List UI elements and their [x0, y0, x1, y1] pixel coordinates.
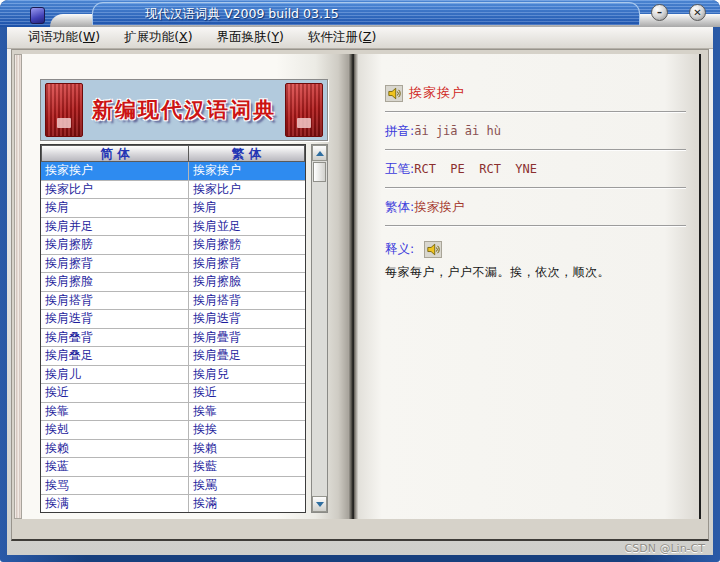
cell-simplified[interactable]: 挨肩叠背: [41, 329, 189, 347]
cell-simplified[interactable]: 挨蓝: [41, 458, 189, 476]
cell-simplified[interactable]: 挨赖: [41, 440, 189, 458]
table-row[interactable]: 挨骂挨罵: [41, 477, 305, 496]
arrow-down-icon: [316, 502, 324, 507]
watermark: CSDN @Lin-CT: [625, 542, 705, 555]
menu-bar: 词语功能(W) 扩展功能(X) 界面换肤(Y) 软件注册(Z): [7, 27, 713, 49]
cell-traditional[interactable]: 挨肩擦髈: [189, 236, 305, 254]
cell-simplified[interactable]: 挨肩搭背: [41, 292, 189, 310]
cell-simplified[interactable]: 挨肩: [41, 199, 189, 217]
table-row[interactable]: 挨肩擦膀挨肩擦髈: [41, 236, 305, 255]
table-row[interactable]: 挨满挨滿: [41, 495, 305, 513]
cell-traditional[interactable]: 挨藍: [189, 458, 305, 476]
wubi-value: RCT PE RCT YNE: [414, 162, 537, 176]
cell-traditional[interactable]: 挨家挨户: [189, 162, 305, 180]
red-book-image: [45, 83, 83, 137]
cell-traditional[interactable]: 挨肩: [189, 199, 305, 217]
table-row[interactable]: 挨近挨近: [41, 384, 305, 403]
traditional-value: 挨家挨户: [414, 199, 464, 216]
cell-traditional[interactable]: 挨近: [189, 384, 305, 402]
table-row[interactable]: 挨肩擦脸挨肩擦臉: [41, 273, 305, 292]
cell-traditional[interactable]: 挨靠: [189, 403, 305, 421]
book-spine: [348, 54, 358, 519]
cell-traditional[interactable]: 挨肩擦背: [189, 255, 305, 273]
cell-traditional[interactable]: 挨肩疊背: [189, 329, 305, 347]
app-icon[interactable]: [30, 7, 45, 24]
table-row[interactable]: 挨肩擦背挨肩擦背: [41, 255, 305, 274]
cell-simplified[interactable]: 挨家挨户: [41, 162, 189, 180]
app-window: 现代汉语词典 V2009 build 03.15 – ✕ 词语功能(W) 扩展功…: [0, 0, 720, 562]
cell-simplified[interactable]: 挨剋: [41, 421, 189, 439]
table-row[interactable]: 挨肩并足挨肩並足: [41, 218, 305, 237]
table-header: 简 体 繁 体: [41, 145, 305, 162]
scrollbar-thumb[interactable]: [313, 162, 326, 182]
cell-simplified[interactable]: 挨肩擦脸: [41, 273, 189, 291]
cell-simplified[interactable]: 挨肩儿: [41, 366, 189, 384]
table-row[interactable]: 挨剋挨挨: [41, 421, 305, 440]
cell-traditional[interactable]: 挨罵: [189, 477, 305, 495]
table-row[interactable]: 挨家挨户挨家挨户: [41, 162, 305, 181]
menu-item-word-functions[interactable]: 词语功能(W): [28, 29, 100, 46]
table-row[interactable]: 挨靠挨靠: [41, 403, 305, 422]
table-body: 挨家挨户挨家挨户挨家比户挨家比户挨肩挨肩挨肩并足挨肩並足挨肩擦膀挨肩擦髈挨肩擦背…: [41, 162, 305, 513]
cell-simplified[interactable]: 挨肩叠足: [41, 347, 189, 365]
cell-simplified[interactable]: 挨靠: [41, 403, 189, 421]
cell-traditional[interactable]: 挨肩搭背: [189, 292, 305, 310]
cell-traditional[interactable]: 挨肩並足: [189, 218, 305, 236]
cell-simplified[interactable]: 挨肩迭背: [41, 310, 189, 328]
word-table: 简 体 繁 体 挨家挨户挨家挨户挨家比户挨家比户挨肩挨肩挨肩并足挨肩並足挨肩擦膀…: [40, 144, 306, 513]
divider: [385, 149, 686, 151]
cell-simplified[interactable]: 挨肩擦膀: [41, 236, 189, 254]
minimize-button[interactable]: –: [651, 4, 668, 21]
scroll-down-button[interactable]: [312, 496, 327, 512]
table-row[interactable]: 挨赖挨賴: [41, 440, 305, 459]
table-row[interactable]: 挨肩儿挨肩兒: [41, 366, 305, 385]
cell-traditional[interactable]: 挨滿: [189, 495, 305, 513]
table-row[interactable]: 挨肩迭背挨肩迭背: [41, 310, 305, 329]
cell-traditional[interactable]: 挨家比户: [189, 181, 305, 199]
menu-item-skins[interactable]: 界面换肤(Y): [217, 29, 284, 46]
window-frame: 词语功能(W) 扩展功能(X) 界面换肤(Y) 软件注册(Z) 新编现代汉语词典…: [7, 27, 713, 555]
right-page: 挨家挨户 拼音: āi jiā āi hù 五笔: RCT PE RCT YNE: [358, 54, 701, 519]
cell-traditional[interactable]: 挨賴: [189, 440, 305, 458]
cell-traditional[interactable]: 挨肩擦臉: [189, 273, 305, 291]
speaker-icon[interactable]: [424, 241, 442, 258]
table-scrollbar[interactable]: [311, 144, 328, 513]
dictionary-banner: 新编现代汉语词典: [40, 79, 328, 141]
column-header-simplified[interactable]: 简 体: [41, 145, 189, 162]
cell-simplified[interactable]: 挨骂: [41, 477, 189, 495]
page-stack-edge: [14, 54, 22, 519]
table-row[interactable]: 挨家比户挨家比户: [41, 181, 305, 200]
pinyin-value: āi jiā āi hù: [414, 124, 501, 138]
scroll-up-button[interactable]: [312, 145, 327, 161]
title-bar[interactable]: 现代汉语词典 V2009 build 03.15 – ✕: [0, 0, 720, 27]
entry-header: 挨家挨户: [385, 84, 686, 102]
close-button[interactable]: ✕: [689, 4, 706, 21]
cell-simplified[interactable]: 挨家比户: [41, 181, 189, 199]
traditional-field: 繁体: 挨家挨户: [385, 197, 686, 217]
window-title: 现代汉语词典 V2009 build 03.15: [145, 6, 339, 23]
pinyin-field: 拼音: āi jiā āi hù: [385, 121, 686, 141]
table-row[interactable]: 挨肩叠足挨肩疊足: [41, 347, 305, 366]
column-header-traditional[interactable]: 繁 体: [189, 145, 305, 162]
definition-label: 释义:: [385, 241, 414, 258]
table-row[interactable]: 挨蓝挨藍: [41, 458, 305, 477]
cell-traditional[interactable]: 挨肩迭背: [189, 310, 305, 328]
left-page: 新编现代汉语词典 简 体 繁 体 挨家挨户挨家挨户挨家比户挨家比户挨肩挨肩挨肩并…: [22, 54, 348, 519]
speaker-icon[interactable]: [385, 85, 403, 102]
cell-simplified[interactable]: 挨近: [41, 384, 189, 402]
book-background: 新编现代汉语词典 简 体 繁 体 挨家挨户挨家挨户挨家比户挨家比户挨肩挨肩挨肩并…: [14, 54, 701, 519]
client-area: 新编现代汉语词典 简 体 繁 体 挨家挨户挨家挨户挨家比户挨家比户挨肩挨肩挨肩并…: [11, 49, 709, 541]
table-row[interactable]: 挨肩叠背挨肩疊背: [41, 329, 305, 348]
cell-traditional[interactable]: 挨肩疊足: [189, 347, 305, 365]
cell-simplified[interactable]: 挨肩并足: [41, 218, 189, 236]
menu-item-extensions[interactable]: 扩展功能(X): [124, 29, 192, 46]
menu-item-register[interactable]: 软件注册(Z): [308, 29, 376, 46]
red-book-image: [285, 83, 323, 137]
table-row[interactable]: 挨肩挨肩: [41, 199, 305, 218]
cell-traditional[interactable]: 挨肩兒: [189, 366, 305, 384]
cell-simplified[interactable]: 挨满: [41, 495, 189, 513]
cell-traditional[interactable]: 挨挨: [189, 421, 305, 439]
table-row[interactable]: 挨肩搭背挨肩搭背: [41, 292, 305, 311]
cell-simplified[interactable]: 挨肩擦背: [41, 255, 189, 273]
pinyin-label: 拼音:: [385, 123, 414, 140]
